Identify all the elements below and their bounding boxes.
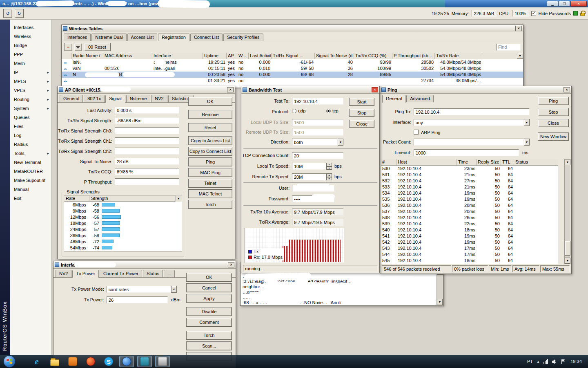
dialog-button[interactable]: Copy to Access List	[188, 136, 232, 145]
sidebar-item[interactable]: Radius	[10, 140, 51, 149]
close-icon[interactable]: ✕	[515, 26, 522, 31]
column-header[interactable]: Signal To Noise (d...	[315, 53, 354, 59]
strength-row[interactable]: 48Mbps -72	[64, 238, 182, 245]
column-header[interactable]: Radio Name /	[71, 53, 103, 59]
table-row[interactable]: ◄► laNet 0 a palmeiras 19:25:11 yes no 0…	[62, 59, 523, 65]
tab[interactable]: Status	[143, 270, 163, 277]
tray-expand-icon[interactable]: ▲	[537, 360, 540, 364]
sidebar-item[interactable]: Mesh	[10, 59, 51, 68]
undo-icon[interactable]: ↺	[3, 9, 12, 18]
strength-row[interactable]: 6Mbps -68	[64, 202, 182, 208]
field-value[interactable]	[115, 148, 179, 155]
field-value[interactable]: 89/85 %	[115, 168, 179, 175]
reset-counters-button[interactable]: 00 Reset	[84, 43, 111, 51]
column-header[interactable]: Tx/Rx CCQ (%)	[354, 53, 392, 59]
table-row[interactable]: 535 192.10.10.4 19ms 50 64	[381, 196, 558, 202]
column-header[interactable]: Status	[514, 159, 558, 165]
dialog-button[interactable]: OK	[186, 273, 232, 282]
dialog-button[interactable]: Torch	[188, 200, 232, 209]
table-row[interactable]: 543 192.10.10.4 17ms 50 64	[381, 245, 558, 251]
minimize-button[interactable]: ▁	[547, 1, 558, 7]
tcp-connection-count-input[interactable]: 20	[292, 152, 343, 159]
tx-power-input[interactable]: 26	[107, 296, 168, 303]
taskbar-icon[interactable]	[65, 356, 80, 367]
remote-udp-size-input[interactable]: 1500	[292, 129, 343, 136]
taskbar-icon[interactable]	[101, 356, 116, 367]
dialog-button[interactable]: Ping	[538, 97, 569, 105]
dialog-button[interactable]: Comment	[186, 318, 232, 327]
sidebar-item[interactable]: Exit	[10, 194, 51, 203]
dialog-button[interactable]: Stop	[538, 108, 569, 116]
column-header[interactable]: Strength	[89, 196, 176, 201]
table-row[interactable]: 533 192.10.10.4 21ms 50 64	[381, 184, 558, 190]
filter-icon[interactable]	[74, 43, 82, 51]
language-indicator[interactable]: PT	[527, 359, 533, 364]
chevron-down-icon[interactable]: ▼	[565, 159, 570, 165]
taskbar-icon[interactable]	[119, 356, 134, 367]
tab[interactable]: Signal	[105, 95, 125, 103]
table-row[interactable]: 539 192.10.10.4 22ms 50 64	[381, 221, 558, 227]
tab[interactable]: Connect List	[190, 34, 223, 41]
tab[interactable]: General	[60, 95, 83, 102]
scroll-down-icon[interactable]: ▼	[437, 299, 443, 305]
sidebar-item[interactable]: Manual	[10, 185, 51, 194]
timeout-input[interactable]: 1000	[414, 149, 519, 156]
tx-power-mode-select[interactable]: card rates	[107, 286, 171, 293]
dialog-button[interactable]: Start	[349, 98, 374, 106]
column-header[interactable]: Reply Size	[477, 159, 501, 165]
dialog-button[interactable]: Torch	[186, 331, 232, 340]
chevron-down-icon[interactable]: ▼	[524, 139, 530, 146]
dialog-button[interactable]: MAC Ping	[188, 168, 232, 177]
taskbar-icon[interactable]	[155, 356, 170, 367]
tab[interactable]: NV2	[151, 95, 167, 102]
sidebar-item[interactable]: MetaROUTER	[10, 167, 51, 176]
direction-select[interactable]: both	[292, 139, 338, 146]
close-icon[interactable]: ✕	[372, 87, 378, 92]
chevron-down-icon[interactable]: ▼	[338, 139, 343, 146]
sidebar-item[interactable]: PPP	[10, 50, 51, 59]
tab[interactable]: Advanced	[406, 95, 434, 102]
column-header[interactable]: Interface	[152, 53, 203, 59]
strength-row[interactable]: 36Mbps -58	[64, 232, 182, 238]
table-row[interactable]: 542 192.10.10.4 19ms 50 64	[381, 239, 558, 245]
sidebar-item[interactable]: VPLS ▸	[10, 86, 51, 95]
dialog-button[interactable]: MAC Telnet	[188, 189, 232, 198]
interface-select[interactable]: any	[414, 119, 524, 126]
bandwidth-titlebar[interactable]: Bandwidth Test ✕	[241, 86, 379, 94]
column-header[interactable]: Time	[457, 159, 477, 165]
tab[interactable]: Security Profiles	[223, 34, 263, 41]
column-header[interactable]: AP	[227, 53, 237, 59]
dialog-button[interactable]: Cancel	[186, 283, 232, 292]
field-value[interactable]: 0.000 s	[115, 107, 179, 114]
ping-titlebar[interactable]: Ping ✕	[380, 86, 571, 94]
tab[interactable]: Nstreme	[126, 95, 151, 102]
chevron-down-icon[interactable]: ▼	[517, 53, 523, 59]
tcp-radio[interactable]: tcp	[326, 108, 339, 113]
speaker-icon[interactable]	[552, 359, 557, 364]
column-header[interactable]: Tx/Rx Rate	[435, 53, 482, 59]
local-tx-speed-input[interactable]: 10M	[292, 163, 326, 170]
strength-row[interactable]: 9Mbps -58	[64, 208, 182, 214]
close-icon[interactable]: ✕	[228, 262, 234, 267]
dialog-button[interactable]: Reset	[188, 123, 232, 132]
sidebar-item[interactable]: Interfaces	[10, 23, 51, 32]
strengths-table-header[interactable]: Rate Strength ▼	[64, 195, 182, 202]
log-scrollbar[interactable]: ▲ ▼	[437, 269, 443, 305]
table-row[interactable]: 544 192.10.10.4 17ms 50 64	[381, 251, 558, 258]
field-value[interactable]	[115, 127, 179, 134]
ping-table-header[interactable]: # Host Time Reply Size TTL Status	[381, 159, 558, 166]
ping-scrollbar[interactable]: ▼ ▼	[564, 159, 570, 264]
sidebar-item[interactable]: Make Supout.rif	[10, 176, 51, 185]
network-icon[interactable]	[543, 359, 548, 364]
table-row[interactable]: 541 192.10.10.4 19ms 50 64	[381, 233, 558, 239]
sidebar-item[interactable]: New Terminal	[10, 158, 51, 167]
tab[interactable]: ...	[164, 270, 175, 277]
table-row[interactable]: 537 192.10.10.4 20ms 50 64	[381, 209, 558, 215]
start-button[interactable]	[3, 355, 16, 368]
registration-table-header[interactable]: Radio Name / MAC Address Interface Uptim…	[62, 53, 523, 59]
column-header[interactable]: MAC Address	[103, 53, 152, 59]
tab[interactable]: 802.1x	[84, 95, 105, 102]
close-icon[interactable]: ✕	[564, 87, 570, 92]
close-button[interactable]: ✕	[570, 1, 587, 7]
tab[interactable]: Nstreme Dual	[91, 34, 126, 41]
